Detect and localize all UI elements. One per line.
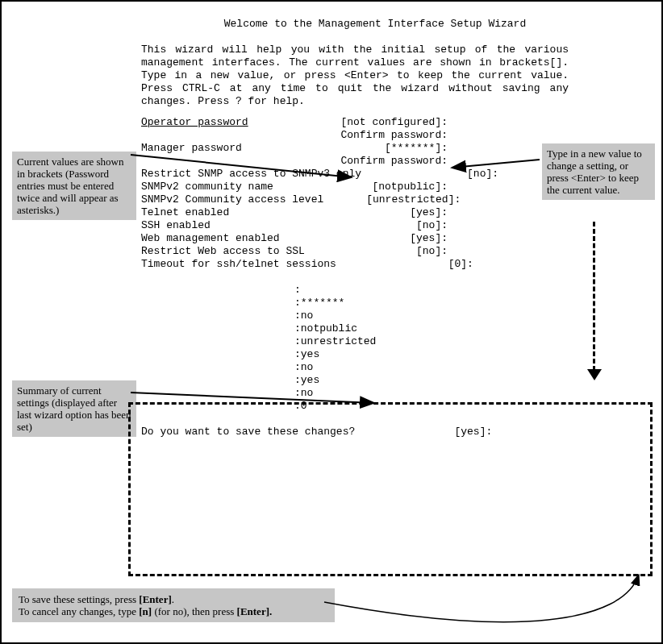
summary-value: :notpublic: [294, 322, 448, 335]
summary-row: :*******: [141, 297, 448, 310]
prompt-value[interactable]: [no]:: [361, 168, 498, 181]
summary-row: :notpublic: [141, 322, 448, 335]
summary-row: :unrestricted: [141, 335, 448, 348]
prompt-value[interactable]: [yes]:: [311, 232, 448, 245]
summary-label: [141, 297, 294, 310]
callout-summary: Summary of current settings (displayed a…: [12, 380, 136, 437]
dashed-arrow-line: [593, 222, 595, 371]
prompt-value[interactable]: [0]:: [336, 258, 473, 271]
summary-value: :no: [294, 361, 448, 374]
prompt-row: Operator password[not configured]:: [141, 116, 448, 129]
prompt-label: [141, 155, 311, 168]
save-prompt-value[interactable]: [yes]:: [355, 426, 492, 438]
prompt-label: Operator password: [141, 116, 311, 129]
prompt-row: Confirm password:: [141, 155, 448, 168]
summary-row: :no: [141, 361, 448, 374]
callout-current-values: Current values are shown in brackets (Pa…: [12, 152, 136, 220]
summary-label: [141, 361, 294, 374]
prompt-row: SNMPv2 community name[notpublic]:: [141, 181, 448, 193]
callout-save-instructions: To save these settings, press [Enter]. T…: [12, 588, 335, 622]
summary-value: :: [294, 284, 448, 297]
prompt-value[interactable]: Confirm password:: [311, 129, 448, 142]
summary-row: :: [141, 284, 448, 297]
summary-label: [141, 400, 294, 413]
summary-row: :yes: [141, 374, 448, 387]
summary-label: [141, 374, 294, 387]
prompt-label: SNMPv2 Community access level: [141, 193, 323, 206]
summary-label: [141, 322, 294, 335]
summary-row: :no: [141, 310, 448, 322]
prompt-value[interactable]: [no]:: [311, 219, 448, 232]
summary-label: [141, 310, 294, 322]
prompt-value[interactable]: [*******]:: [311, 142, 448, 155]
prompt-row: Manager password[*******]:: [141, 142, 448, 155]
svg-marker-0: [587, 369, 602, 380]
prompt-label: [141, 129, 311, 142]
prompt-row: Web management enabled[yes]:: [141, 232, 448, 245]
save-prompt-row: Do you want to save these changes? [yes]…: [141, 426, 448, 438]
save-prompt-label: Do you want to save these changes?: [141, 426, 355, 438]
dashed-arrow-head: [587, 369, 602, 384]
prompt-row: SSH enabled[no]:: [141, 219, 448, 232]
summary-label: [141, 335, 294, 348]
summary-value: :yes: [294, 374, 448, 387]
prompt-value[interactable]: [unrestricted]:: [323, 193, 461, 206]
summary-label: [141, 348, 294, 361]
summary-value: :unrestricted: [294, 335, 448, 348]
wizard-title: Welcome to the Management Interface Setu…: [93, 18, 657, 31]
summary-value: :0: [294, 400, 448, 413]
prompt-label: Web management enabled: [141, 232, 311, 245]
summary-value: :yes: [294, 348, 448, 361]
prompt-label: Restrict SNMP access to SNMPv3 only: [141, 168, 361, 181]
prompt-value[interactable]: [not configured]:: [311, 116, 448, 129]
wizard-intro: This wizard will help you with the initi…: [141, 44, 569, 108]
prompt-row: Confirm password:: [141, 129, 448, 142]
summary-row: :no: [141, 387, 448, 400]
summary-label: [141, 387, 294, 400]
prompt-row: Restrict Web access to SSL[no]:: [141, 245, 448, 258]
figure-container: Welcome to the Management Interface Setu…: [0, 0, 663, 644]
prompt-label: SSH enabled: [141, 219, 311, 232]
summary-label: [141, 284, 294, 297]
prompt-label: SNMPv2 community name: [141, 181, 311, 193]
prompt-row: SNMPv2 Community access level[unrestrict…: [141, 193, 448, 206]
prompt-value[interactable]: Confirm password:: [311, 155, 448, 168]
prompt-label: Telnet enabled: [141, 206, 311, 219]
summary-value: :no: [294, 310, 448, 322]
prompt-label: Manager password: [141, 142, 311, 155]
prompt-value[interactable]: [notpublic]:: [311, 181, 448, 193]
prompt-value[interactable]: [yes]:: [311, 206, 448, 219]
summary-value: :no: [294, 387, 448, 400]
summary-value: :*******: [294, 297, 448, 310]
terminal: Welcome to the Management Interface Setu…: [141, 18, 641, 438]
prompt-row: Restrict SNMP access to SNMPv3 only[no]:: [141, 168, 448, 181]
prompt-row: Timeout for ssh/telnet sessions[0]:: [141, 258, 448, 271]
prompt-label: Timeout for ssh/telnet sessions: [141, 258, 336, 271]
summary-row: :0: [141, 400, 448, 413]
prompt-row: Telnet enabled[yes]:: [141, 206, 448, 219]
summary-row: :yes: [141, 348, 448, 361]
callout-type-new-value: Type in a new value to change a setting,…: [542, 143, 655, 200]
prompt-value[interactable]: [no]:: [311, 245, 448, 258]
prompt-label: Restrict Web access to SSL: [141, 245, 311, 258]
